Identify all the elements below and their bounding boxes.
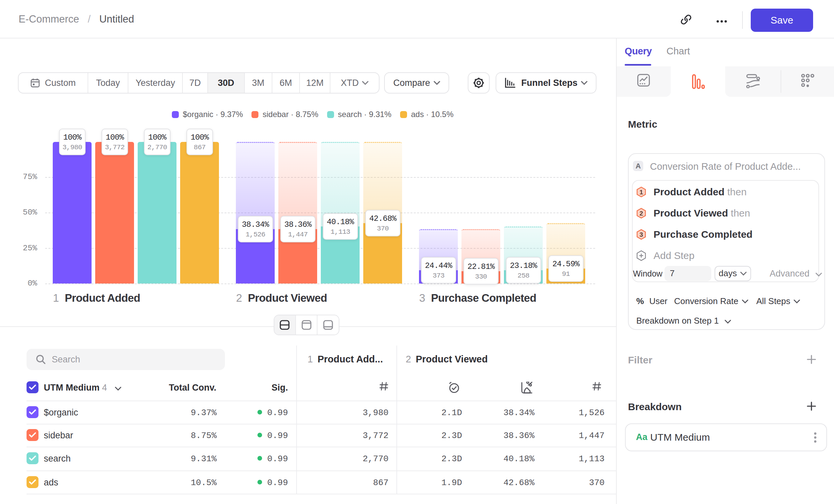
- svg-text:1: 1: [640, 188, 643, 195]
- svg-text:3: 3: [640, 231, 643, 238]
- svg-text:2: 2: [640, 210, 643, 216]
